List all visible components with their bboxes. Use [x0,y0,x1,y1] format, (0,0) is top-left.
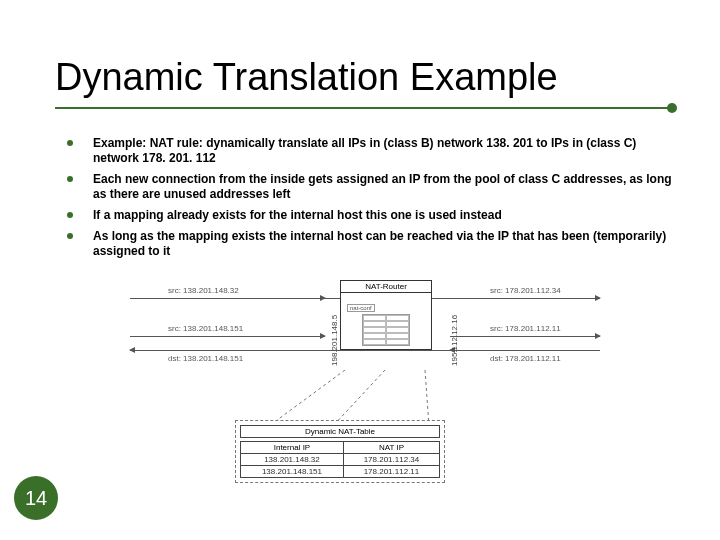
diagram-label: dst: 178.201.112.11 [490,354,561,363]
diagram-label: src: 138.201.148.32 [168,286,239,295]
body-text: Example: NAT rule: dynamically translate… [55,136,675,265]
bullet-item: Example: NAT rule: dynamically translate… [55,136,675,166]
nat-table-row: 138.201.148.151 178.201.112.11 [241,466,440,478]
nat-table-row: 138.201.148.32 178.201.112.34 [241,454,440,466]
nat-table-cell: 138.201.148.32 [241,454,344,466]
slide: Dynamic Translation Example Example: NAT… [0,0,720,540]
bullet-item: If a mapping already exists for the inte… [55,208,675,223]
page-number-badge: 14 [14,476,58,520]
page-number: 14 [25,487,47,510]
nat-router-box: NAT-Router nat-conf [340,280,432,350]
nat-table-title: Dynamic NAT-Table [240,425,440,438]
bullet-item: As long as the mapping exists the intern… [55,229,675,259]
diagram: src: 138.201.148.32 src: 178.201.112.34 … [130,280,600,420]
title-block: Dynamic Translation Example [55,58,675,109]
nat-router-label: NAT-Router [341,281,431,293]
diagram-label: src: 138.201.148.151 [168,324,243,333]
diagram-label: src: 178.201.112.34 [490,286,561,295]
nat-table-cell: 138.201.148.151 [241,466,344,478]
nat-mini-tag: nat-conf [347,304,375,312]
nat-table-cell: 178.201.112.11 [343,466,439,478]
diagram-vertical-right: 195.112.12.16 [450,315,459,366]
bullet-item: Each new connection from the inside gets… [55,172,675,202]
diagram-vertical-left: 198.201.148.5 [330,315,339,366]
nat-table: Dynamic NAT-Table Internal IP NAT IP 138… [235,420,445,483]
nat-table-header: NAT IP [343,442,439,454]
diagram-label: src: 178.201.112.11 [490,324,561,333]
bullet-list: Example: NAT rule: dynamically translate… [55,136,675,259]
page-title: Dynamic Translation Example [55,58,675,98]
nat-table-cell: 178.201.112.34 [343,454,439,466]
nat-mini-grid [362,314,410,346]
diagram-label: dst: 138.201.148.151 [168,354,243,363]
title-underline [55,103,675,109]
nat-table-grid: Internal IP NAT IP 138.201.148.32 178.20… [240,441,440,478]
nat-table-header: Internal IP [241,442,344,454]
